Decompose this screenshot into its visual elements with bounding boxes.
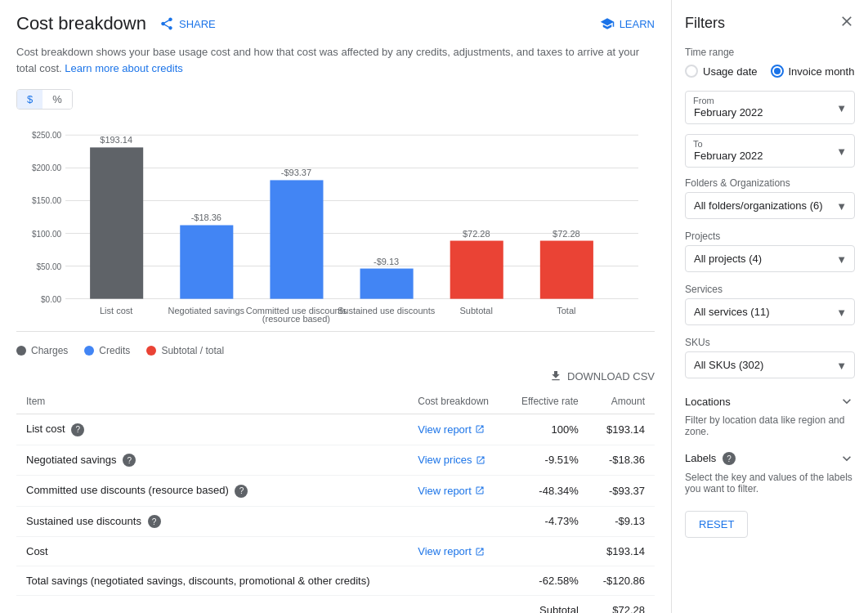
percent-toggle[interactable]: % bbox=[43, 90, 72, 109]
help-icon[interactable]: ? bbox=[123, 454, 136, 467]
subtotal-label: Subtotal bbox=[506, 596, 588, 614]
svg-text:$193.14: $193.14 bbox=[100, 135, 132, 145]
table-row: Sustained use discounts ? -4.73% -$9.13 bbox=[16, 506, 655, 537]
svg-text:Negotiated savings: Negotiated savings bbox=[168, 306, 245, 315]
svg-text:$150.00: $150.00 bbox=[32, 196, 62, 205]
time-range-section: Time range Usage date Invoice month bbox=[685, 47, 855, 78]
projects-select-wrapper: All projects (4) ▼ bbox=[685, 245, 855, 272]
subtotal-label-cell bbox=[16, 596, 408, 614]
usage-date-circle bbox=[685, 65, 698, 78]
row-amount: $193.14 bbox=[588, 414, 655, 445]
time-range-label: Time range bbox=[685, 47, 855, 58]
col-cost-breakdown: Cost breakdown bbox=[408, 389, 505, 414]
table-row: Cost View report $193.14 bbox=[16, 537, 655, 566]
row-effective-rate: 100% bbox=[506, 414, 588, 445]
row-effective-rate: -4.73% bbox=[506, 506, 588, 537]
row-item: List cost ? bbox=[16, 414, 408, 445]
labels-help-icon[interactable]: ? bbox=[723, 452, 736, 465]
table-row: List cost ? View report 100% $193.14 bbox=[16, 414, 655, 445]
row-effective-rate: -9.51% bbox=[506, 445, 588, 476]
to-select[interactable]: February 2022 bbox=[685, 134, 855, 168]
invoice-month-radio[interactable]: Invoice month bbox=[771, 65, 855, 78]
chart-svg: $250.00 $200.00 $150.00 $100.00 $50.00 $… bbox=[16, 119, 655, 331]
row-cost-breakdown bbox=[408, 566, 505, 596]
svg-text:Sustained use discounts: Sustained use discounts bbox=[338, 306, 436, 315]
svg-text:$72.28: $72.28 bbox=[553, 229, 580, 239]
svg-rect-14 bbox=[180, 226, 233, 299]
labels-collapse-header[interactable]: Labels ? bbox=[685, 447, 855, 470]
help-icon[interactable]: ? bbox=[148, 515, 161, 528]
external-link-icon bbox=[476, 455, 485, 465]
dollar-toggle[interactable]: $ bbox=[17, 90, 43, 109]
folders-filter: Folders & Organizations All folders/orga… bbox=[685, 177, 855, 219]
legend-subtotal: Subtotal / total bbox=[146, 345, 224, 356]
help-icon[interactable]: ? bbox=[71, 423, 84, 436]
locations-title: Locations bbox=[685, 396, 731, 408]
skus-select[interactable]: All SKUs (302) bbox=[685, 351, 855, 378]
main-content: Cost breakdown SHARE LEARN Cost breakdow… bbox=[0, 0, 672, 613]
view-report-link[interactable]: View report bbox=[418, 423, 485, 436]
svg-rect-16 bbox=[270, 180, 323, 298]
svg-text:$50.00: $50.00 bbox=[36, 262, 61, 271]
subtotal-row: Subtotal $72.28 bbox=[16, 596, 655, 614]
collapse-sidebar-button[interactable] bbox=[839, 13, 855, 34]
locations-chevron-icon bbox=[839, 393, 855, 409]
col-item: Item bbox=[16, 389, 408, 414]
from-date-select: From February 2022 ▼ bbox=[685, 91, 855, 124]
cost-table: Item Cost breakdown Effective rate Amoun… bbox=[16, 389, 655, 613]
share-icon bbox=[159, 16, 174, 31]
svg-text:(resource based): (resource based) bbox=[262, 314, 330, 324]
svg-text:$250.00: $250.00 bbox=[32, 131, 62, 140]
row-effective-rate: -62.58% bbox=[506, 566, 588, 596]
share-button[interactable]: SHARE bbox=[159, 16, 216, 31]
svg-text:$0.00: $0.00 bbox=[41, 295, 61, 304]
reset-button[interactable]: RESET bbox=[685, 511, 748, 538]
chart-legend: Charges Credits Subtotal / total bbox=[16, 345, 655, 356]
credits-dot bbox=[84, 346, 94, 356]
svg-rect-22 bbox=[540, 241, 593, 299]
table-header-row: Item Cost breakdown Effective rate Amoun… bbox=[16, 389, 655, 414]
page-title: Cost breakdown bbox=[16, 13, 146, 34]
labels-title: Labels ? bbox=[685, 452, 736, 466]
folders-select[interactable]: All folders/organizations (6) bbox=[685, 192, 855, 219]
view-report-link[interactable]: View report bbox=[418, 545, 485, 557]
external-link-icon bbox=[475, 485, 485, 495]
table-row: Committed use discounts (resource based)… bbox=[16, 476, 655, 507]
svg-text:$100.00: $100.00 bbox=[32, 230, 62, 239]
description: Cost breakdown shows your base usage cos… bbox=[16, 44, 655, 76]
row-amount: -$9.13 bbox=[588, 506, 655, 537]
projects-label: Projects bbox=[685, 230, 855, 242]
services-filter: Services All services (11) ▼ bbox=[685, 284, 855, 325]
svg-text:$200.00: $200.00 bbox=[32, 163, 62, 172]
locations-collapse-header[interactable]: Locations bbox=[685, 390, 855, 413]
invoice-month-circle bbox=[771, 65, 784, 78]
download-csv-button[interactable]: DOWNLOAD CSV bbox=[549, 369, 655, 383]
sidebar-title: Filters bbox=[685, 15, 725, 32]
row-amount: -$93.37 bbox=[588, 476, 655, 507]
view-report-link[interactable]: View report bbox=[418, 485, 485, 497]
learn-button[interactable]: LEARN bbox=[600, 16, 655, 31]
view-prices-link[interactable]: View prices bbox=[418, 454, 485, 466]
sidebar-header: Filters bbox=[685, 13, 855, 34]
folders-label: Folders & Organizations bbox=[685, 177, 855, 189]
row-amount: $193.14 bbox=[588, 537, 655, 566]
col-effective-rate: Effective rate bbox=[506, 389, 588, 414]
usage-date-radio[interactable]: Usage date bbox=[685, 65, 758, 78]
legend-charges: Charges bbox=[16, 345, 68, 356]
help-icon[interactable]: ? bbox=[235, 485, 248, 498]
svg-text:Subtotal: Subtotal bbox=[460, 306, 493, 315]
skus-label: SKUs bbox=[685, 337, 855, 348]
from-label: From bbox=[693, 96, 714, 105]
projects-filter: Projects All projects (4) ▼ bbox=[685, 230, 855, 272]
credits-link[interactable]: Learn more about credits bbox=[65, 62, 183, 74]
svg-rect-18 bbox=[360, 269, 414, 299]
projects-select[interactable]: All projects (4) bbox=[685, 245, 855, 272]
folders-select-wrapper: All folders/organizations (6) ▼ bbox=[685, 192, 855, 219]
row-item: Negotiated savings ? bbox=[16, 445, 408, 476]
col-amount: Amount bbox=[588, 389, 655, 414]
services-select[interactable]: All services (11) bbox=[685, 298, 855, 325]
skus-select-wrapper: All SKUs (302) ▼ bbox=[685, 351, 855, 378]
page-header: Cost breakdown SHARE LEARN bbox=[16, 13, 655, 34]
subtotal-empty bbox=[408, 596, 505, 614]
services-label: Services bbox=[685, 284, 855, 295]
